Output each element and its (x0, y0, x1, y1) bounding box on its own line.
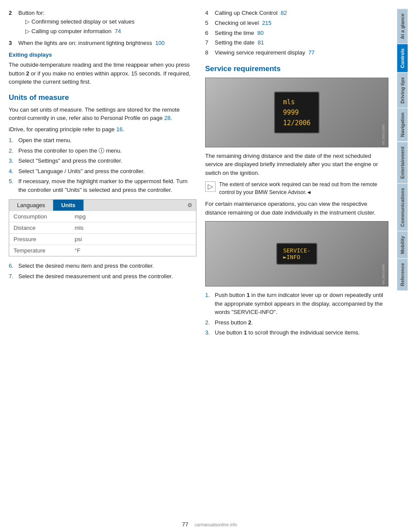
dash-date: 12/2006 (283, 118, 310, 128)
page-footer: 77 carmanualsonline.info (182, 521, 237, 528)
step-2: 2.Press the controller to open the Ⓘ men… (9, 147, 196, 155)
right-steps: 1.Push button 1 in the turn indicator le… (205, 291, 388, 337)
units-label-2: Pressure (14, 236, 75, 242)
right-list-item-2: 6Setting the time 80 (205, 29, 388, 38)
right-step-1-text: Push button 1 in the turn indicator leve… (215, 291, 388, 317)
units-value-1: mls (75, 225, 83, 231)
bullet-1-text: Confirming selected display or set value… (31, 17, 134, 26)
sidebar-tab-reference[interactable]: Reference (397, 258, 408, 290)
item-2-number: 2 (9, 9, 18, 37)
right-list-item-3: 7Setting the date 81 (205, 38, 388, 48)
service-line2: ►INFO (283, 254, 311, 260)
step-1: 1.Open the start menu. (9, 136, 196, 145)
units-row-0: Consumptionmpg (9, 211, 196, 222)
units-value-2: psi (75, 236, 82, 242)
units-tab[interactable]: Units (53, 200, 84, 211)
units-row-3: Temperature°F (9, 245, 196, 256)
units-label-3: Temperature (14, 247, 75, 254)
item-3-number: 3 (9, 39, 18, 48)
step-5-num: 5. (9, 177, 18, 194)
steps-list: 1.Open the start menu.2.Press the contro… (9, 136, 196, 194)
sidebar-tab-controls[interactable]: Controls (397, 44, 408, 72)
bullet-2: ▷ Calling up computer information 74 (18, 27, 196, 36)
watermark-footer: carmanualsonline.info (195, 522, 237, 527)
step-5-text: If necessary, move the highlight marker … (18, 177, 196, 194)
right-item-num-3: 7 (205, 38, 215, 48)
bullet-1: ▷ Confirming selected display or set val… (18, 17, 196, 26)
step-4-num: 4. (9, 167, 18, 176)
exiting-paragraph: The outside-temperature reading and the … (9, 61, 196, 86)
right-step-2: 2.Press button 2. (205, 318, 388, 327)
step-3: 3.Select "Settings" and press the contro… (9, 157, 196, 165)
step-7-text: Select the desired measurement unit and … (18, 272, 196, 281)
right-item-text-4: Viewing service requirement display 77 (215, 48, 315, 58)
dash-display: mls 9999 12/2006 (274, 92, 319, 133)
step-3-text: Select "Settings" and press the controll… (18, 157, 196, 165)
sidebar: At a glanceControlsDriving tipsNavigatio… (397, 9, 410, 523)
units-table-header: Languages Units ⚙ (9, 200, 196, 211)
bullet-2-text: Calling up computer information 74 (31, 27, 121, 36)
service-line1: SERVICE- (283, 247, 311, 254)
sidebar-tab-navigation[interactable]: Navigation (397, 108, 408, 141)
sidebar-tab-at-a-glance[interactable]: At a glance (397, 9, 408, 44)
sidebar-tabs: At a glanceControlsDriving tipsNavigatio… (397, 9, 410, 291)
item-2-text: Button for: (18, 10, 45, 16)
units-label-0: Consumption (14, 213, 75, 220)
dash-number: 9999 (283, 107, 310, 118)
item-3: 3 When the lights are on: instrument lig… (9, 39, 196, 48)
right-step-2-num: 2. (205, 318, 215, 327)
step-7-num: 7. (9, 272, 18, 281)
exiting-title: Exiting displays (9, 51, 196, 58)
settings-icon: ⚙ (184, 200, 196, 211)
right-list-item-4: 8Viewing service requirement display 77 (205, 48, 388, 58)
right-list-item-0: 4Calling up Check Control 82 (205, 9, 388, 18)
service-para2: For certain maintenance operations, you … (205, 200, 388, 217)
step-4-text: Select "Language / Units" and press the … (18, 167, 196, 176)
right-step-3-num: 3. (205, 328, 215, 337)
steps-6-7: 6.Select the desired menu item and press… (9, 262, 196, 280)
step-2-text: Press the controller to open the Ⓘ menu. (18, 147, 196, 155)
right-item-text-1: Checking oil level 215 (215, 19, 271, 28)
service-title: Service requirements (205, 65, 388, 73)
right-item-text-2: Setting the time 80 (215, 29, 264, 38)
page-number: 77 (182, 521, 188, 528)
right-item-num-1: 5 (205, 19, 215, 28)
step-5: 5.If necessary, move the highlight marke… (9, 177, 196, 194)
step-7: 7.Select the desired measurement unit an… (9, 272, 196, 281)
mils-label: mls (283, 97, 295, 107)
sidebar-tab-driving-tips[interactable]: Driving tips (397, 72, 408, 108)
units-label-1: Distance (14, 225, 75, 231)
service-para1: The remaining driving distance and the d… (205, 152, 388, 177)
units-table: Languages Units ⚙ ConsumptionmpgDistance… (9, 199, 196, 256)
right-step-3: 3.Use button 1 to scroll through the ind… (205, 328, 388, 337)
watermark-1: WC300130M (381, 125, 385, 145)
right-step-1: 1.Push button 1 in the turn indicator le… (205, 291, 388, 317)
dashboard-image: mls 9999 12/2006 WC300130M (205, 78, 388, 147)
watermark-2: WC300190M (381, 264, 385, 285)
service-display: SERVICE- ►INFO (276, 243, 318, 265)
step-1-num: 1. (9, 136, 18, 145)
note-arrow-icon: ▷ (205, 181, 216, 192)
right-list-item-1: 5Checking oil level 215 (205, 19, 388, 28)
units-row-1: Distancemls (9, 222, 196, 233)
step-6: 6.Select the desired menu item and press… (9, 262, 196, 270)
arrow-icon-2: ▷ (25, 27, 31, 36)
note-text: The extent of service work required can … (219, 181, 388, 196)
languages-tab[interactable]: Languages (9, 200, 53, 211)
arrow-icon-1: ▷ (25, 17, 31, 26)
right-item-num-2: 6 (205, 29, 215, 38)
right-item-text-0: Calling up Check Control 82 (215, 9, 287, 18)
step-1-text: Open the start menu. (18, 136, 196, 145)
units-title: Units of measure (9, 93, 196, 102)
sidebar-tab-entertainment[interactable]: Entertainment (397, 142, 408, 183)
item-3-text: When the lights are on: instrument light… (18, 40, 165, 46)
right-item-num-4: 8 (205, 48, 215, 58)
step-6-text: Select the desired menu item and press t… (18, 262, 196, 270)
sidebar-tab-communications[interactable]: Communications (397, 183, 408, 231)
right-step-1-num: 1. (205, 291, 215, 317)
step-4: 4.Select "Language / Units" and press th… (9, 167, 196, 176)
note-box: ▷ The extent of service work required ca… (205, 181, 388, 196)
sidebar-tab-mobility[interactable]: Mobility (397, 231, 408, 259)
right-item-text-3: Setting the date 81 (215, 38, 264, 48)
item-2: 2 Button for: ▷ Confirming selected disp… (9, 9, 196, 37)
